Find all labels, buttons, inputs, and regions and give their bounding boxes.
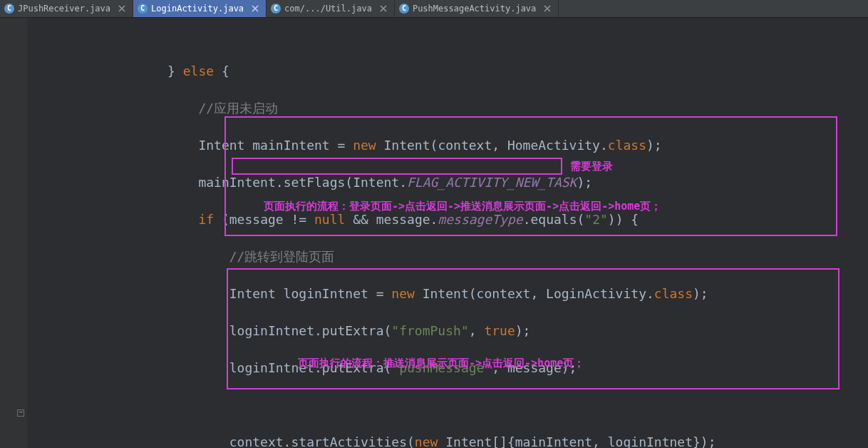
tab-util[interactable]: C com/.../Util.java: [267, 0, 395, 17]
code-line: context.startActivities(new Intent[]{mai…: [29, 433, 868, 448]
code-editor[interactable]: } else { //应用未启动 Intent mainIntent = new…: [0, 18, 868, 448]
tab-jpushreceiver[interactable]: C JPushReceiver.java: [0, 0, 133, 17]
code-line: //跳转到登陆页面: [29, 248, 868, 266]
tab-label: JPushReceiver.java: [18, 4, 110, 14]
fold-icon[interactable]: [17, 409, 24, 417]
tab-label: com/.../Util.java: [284, 4, 372, 14]
annotation-flow2: 页面执行的流程：推送消息展示页面->点击返回->home页；: [298, 357, 584, 370]
java-class-icon: C: [271, 4, 281, 14]
annotation-flow1: 页面执行的流程：登录页面->点击返回->推送消息展示页面->点击返回->home…: [264, 200, 661, 213]
tab-pushmessageactivity[interactable]: C PushMessageActivity.java: [395, 0, 559, 17]
code-line: mainIntent.setFlags(Intent.FLAG_ACTIVITY…: [29, 173, 868, 192]
gutter: [0, 18, 27, 448]
code-line: [29, 396, 868, 414]
java-class-icon: C: [399, 4, 409, 14]
close-icon[interactable]: [380, 5, 387, 12]
close-icon[interactable]: [252, 5, 259, 12]
java-class-icon: C: [4, 4, 14, 14]
code-line: loginIntnet.putExtra("fromPush", true);: [29, 322, 868, 340]
code-line: Intent loginIntnet = new Intent(context,…: [29, 285, 868, 303]
tab-label: PushMessageActivity.java: [413, 4, 536, 14]
close-icon[interactable]: [544, 5, 551, 12]
annotation-need-login: 需要登录: [570, 160, 613, 173]
close-icon[interactable]: [118, 5, 125, 12]
tab-label: LoginActivity.java: [151, 4, 244, 14]
java-class-icon: C: [138, 4, 148, 14]
editor-tabs: C JPushReceiver.java C LoginActivity.jav…: [0, 0, 868, 18]
tab-loginactivity[interactable]: C LoginActivity.java: [133, 0, 267, 17]
code-line: } else {: [29, 62, 868, 81]
code-line: //应用未启动: [29, 99, 868, 118]
code-line: Intent mainIntent = new Intent(context, …: [29, 136, 868, 155]
